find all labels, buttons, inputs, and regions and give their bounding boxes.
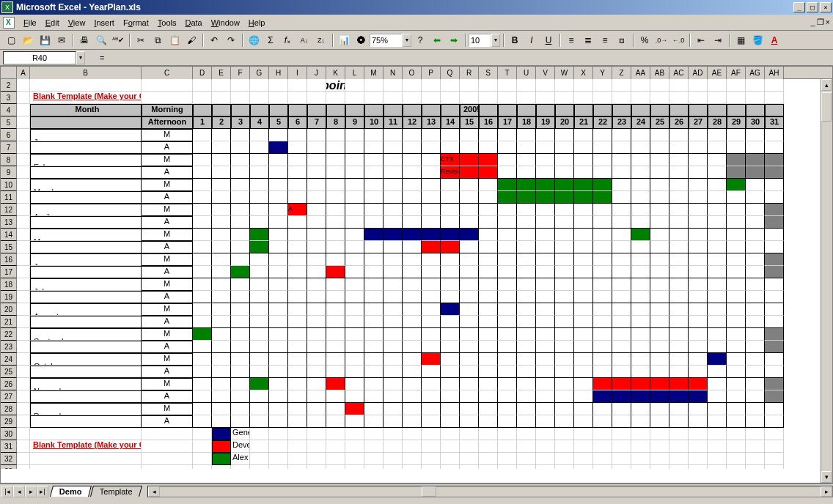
cell[interactable]	[612, 291, 631, 303]
cell[interactable]	[422, 316, 441, 328]
cell[interactable]	[250, 303, 269, 316]
cell[interactable]	[441, 216, 460, 229]
cell[interactable]	[479, 378, 498, 390]
cell[interactable]	[384, 141, 403, 154]
cell[interactable]	[269, 266, 288, 278]
cell[interactable]	[422, 341, 441, 353]
cell[interactable]	[460, 278, 479, 291]
cell[interactable]	[612, 378, 631, 390]
cell[interactable]	[326, 341, 345, 353]
cell[interactable]	[250, 390, 269, 403]
cell[interactable]	[17, 440, 30, 453]
cell[interactable]	[460, 403, 479, 415]
cell[interactable]	[689, 341, 708, 353]
cell[interactable]	[17, 278, 30, 291]
cell[interactable]	[631, 154, 650, 166]
cell[interactable]	[517, 291, 536, 303]
hyperlink-icon[interactable]: 🌐	[246, 32, 262, 48]
cell[interactable]	[17, 366, 30, 378]
cell[interactable]	[345, 229, 364, 241]
cell[interactable]	[403, 415, 422, 428]
cell[interactable]	[689, 465, 708, 469]
cell[interactable]: August	[30, 303, 142, 316]
cell[interactable]: A	[142, 415, 193, 428]
cell[interactable]	[689, 403, 708, 415]
cell[interactable]	[708, 266, 727, 278]
row-header[interactable]: 9	[1, 166, 17, 179]
cell[interactable]	[212, 440, 231, 453]
cell[interactable]	[765, 403, 784, 415]
cell[interactable]	[479, 440, 498, 453]
cell[interactable]	[708, 79, 727, 92]
cell[interactable]	[364, 390, 384, 403]
cell[interactable]	[269, 341, 288, 353]
cell[interactable]	[746, 428, 765, 440]
cell[interactable]	[231, 403, 250, 415]
name-box[interactable]: R40	[3, 51, 76, 64]
cell[interactable]	[364, 104, 384, 116]
cell[interactable]	[364, 229, 384, 241]
row-header[interactable]: 6	[1, 129, 17, 141]
cell[interactable]	[517, 341, 536, 353]
cell[interactable]	[574, 179, 593, 191]
cell[interactable]	[142, 465, 193, 469]
cell[interactable]	[593, 303, 612, 316]
cell[interactable]: A	[142, 316, 193, 328]
cell[interactable]	[612, 366, 631, 378]
cell[interactable]	[765, 141, 784, 154]
cell[interactable]	[193, 266, 212, 278]
cell[interactable]: M	[142, 129, 193, 141]
cell[interactable]	[631, 390, 650, 403]
cell[interactable]	[593, 341, 612, 353]
cell[interactable]	[193, 179, 212, 191]
row-header[interactable]: 17	[1, 266, 17, 278]
cell[interactable]	[574, 453, 593, 465]
cell[interactable]	[307, 204, 326, 216]
cell[interactable]	[593, 266, 612, 278]
cell[interactable]	[307, 241, 326, 253]
cell[interactable]	[555, 316, 574, 328]
cell[interactable]	[288, 303, 307, 316]
cell[interactable]	[631, 92, 650, 104]
cell[interactable]	[498, 141, 517, 154]
cell[interactable]	[517, 440, 536, 453]
scroll-up-icon[interactable]: ▴	[821, 79, 832, 91]
cell[interactable]	[250, 440, 269, 453]
cell[interactable]	[288, 440, 307, 453]
cell[interactable]	[765, 191, 784, 204]
cell[interactable]	[403, 241, 422, 253]
cell[interactable]	[517, 266, 536, 278]
cell[interactable]: Afternoon	[142, 116, 193, 129]
cell[interactable]	[479, 465, 498, 469]
cell[interactable]	[574, 204, 593, 216]
cell[interactable]	[650, 328, 669, 341]
cell[interactable]	[593, 415, 612, 428]
minimize-button[interactable]: _	[793, 2, 805, 12]
cell[interactable]	[765, 428, 784, 440]
cell[interactable]	[422, 79, 441, 92]
cell[interactable]	[631, 415, 650, 428]
row-header[interactable]: 21	[1, 316, 17, 328]
cell[interactable]	[250, 253, 269, 266]
cell[interactable]	[727, 453, 746, 465]
close-button[interactable]: ×	[820, 2, 832, 12]
cell[interactable]	[345, 303, 364, 316]
cell[interactable]: 18	[517, 116, 536, 129]
col-header[interactable]: W	[555, 67, 574, 79]
cell[interactable]	[765, 216, 784, 229]
zoom-dropdown-icon[interactable]: ▾	[403, 34, 411, 47]
cell[interactable]	[326, 104, 345, 116]
cell[interactable]	[612, 415, 631, 428]
cell[interactable]: June	[30, 253, 142, 266]
cell[interactable]	[307, 141, 326, 154]
cell[interactable]	[307, 366, 326, 378]
cell[interactable]	[231, 353, 250, 366]
cell[interactable]	[307, 179, 326, 191]
cell[interactable]: A	[142, 266, 193, 278]
cell[interactable]	[727, 79, 746, 92]
cell[interactable]	[250, 465, 269, 469]
cell[interactable]	[307, 291, 326, 303]
cell[interactable]	[765, 390, 784, 403]
cell[interactable]	[631, 378, 650, 390]
cell[interactable]	[650, 278, 669, 291]
